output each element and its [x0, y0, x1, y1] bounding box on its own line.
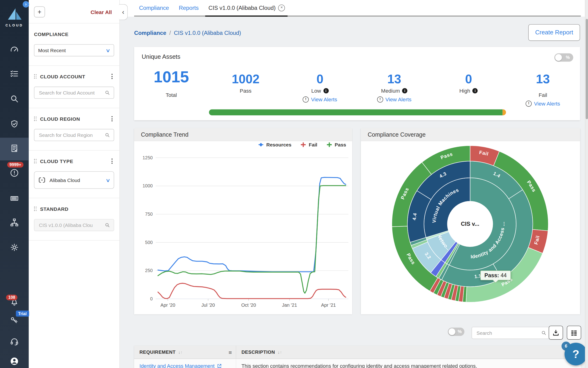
- network-icon: [9, 218, 19, 227]
- kebab-menu-icon[interactable]: [110, 115, 114, 122]
- sidebar-item-user[interactable]: [0, 356, 29, 368]
- sidebar-item-search[interactable]: [0, 94, 29, 105]
- sidebar-item-compliance-doc[interactable]: [0, 143, 29, 155]
- download-icon: [552, 329, 560, 336]
- legend-item-pass[interactable]: Pass: [326, 142, 346, 147]
- compliance-trend-card: Compliance Trend ResourcesFailPass 02505…: [134, 128, 352, 314]
- sort-icons[interactable]: ↓↑: [178, 350, 183, 354]
- cloud-logo-icon: [7, 8, 22, 20]
- sidebar-item-key[interactable]: [0, 315, 29, 327]
- scrollbar-thumb[interactable]: [586, 19, 588, 119]
- tab-cis-v1-0-0-alibaba-cloud-[interactable]: CIS v1.0.0 (Alibaba Cloud)✕: [209, 4, 285, 11]
- drag-handle-icon[interactable]: [34, 74, 38, 79]
- stat-label: Pass: [209, 88, 283, 94]
- sort-icons[interactable]: ↓↑: [278, 350, 282, 354]
- stat-total: 1015Total: [134, 67, 209, 107]
- prisma-cloud-logo[interactable]: CLOUD: [0, 8, 29, 27]
- column-header-requirement[interactable]: REQUIREMENT ↓↑ ≡: [134, 346, 236, 359]
- fail-bar-segment: [502, 109, 506, 115]
- filter-select-0[interactable]: Most Recent∨: [34, 44, 114, 56]
- svg-text:Jul '20: Jul '20: [202, 303, 215, 308]
- sidebar-item-shield-check[interactable]: [0, 119, 29, 130]
- sidebar-item-gauge[interactable]: [0, 45, 29, 56]
- stat-label-text: Pass: [240, 88, 252, 94]
- cloud-type-select[interactable]: Alibaba Cloud∨: [34, 171, 114, 189]
- svg-text:4.4: 4.4: [412, 213, 418, 221]
- stat-label-text: Medium: [381, 88, 400, 94]
- requirement-link[interactable]: Identity and Access Management: [140, 363, 215, 368]
- drag-handle-icon[interactable]: [34, 117, 38, 121]
- filter-section-header: CLOUD REGION: [34, 116, 114, 122]
- tab-compliance[interactable]: Compliance: [139, 4, 169, 11]
- breadcrumb-compliance-link[interactable]: Compliance: [134, 29, 166, 36]
- compliance-doc-icon: [9, 143, 19, 153]
- info-icon[interactable]: i: [323, 88, 329, 93]
- tab-reports[interactable]: Reports: [179, 4, 199, 11]
- close-tab-icon[interactable]: ✕: [278, 4, 285, 11]
- kebab-menu-icon[interactable]: [110, 158, 114, 165]
- legend-item-fail[interactable]: Fail: [300, 142, 317, 147]
- filter-section-label: CLOUD TYPE: [40, 158, 73, 164]
- drag-handle-icon[interactable]: [34, 207, 38, 211]
- stat-value: 1002: [209, 67, 283, 86]
- add-filter-button[interactable]: +: [34, 6, 45, 17]
- requirements-table: REQUIREMENT ↓↑ ≡ DESCRIPTION ↓↑ Identity…: [134, 346, 581, 368]
- coverage-card-header: Compliance Coverage: [361, 128, 580, 141]
- legend-item-resources[interactable]: Resources: [258, 142, 291, 147]
- sidebar-expand-button[interactable]: ›: [23, 1, 29, 8]
- clear-all-button[interactable]: Clear All: [91, 9, 112, 15]
- table-row[interactable]: Identity and Access ManagementThis secti…: [134, 359, 581, 368]
- alibaba-cloud-icon: [38, 176, 45, 184]
- selected-value: Alibaba Cloud: [50, 177, 80, 183]
- container-icon: [9, 193, 19, 203]
- table-percent-toggle[interactable]: %: [448, 328, 464, 336]
- create-report-button[interactable]: Create Report: [528, 24, 580, 41]
- pass-bar-segment: [209, 109, 502, 115]
- filter-section-label: CLOUD REGION: [40, 116, 80, 122]
- kebab-menu-icon[interactable]: [110, 73, 114, 80]
- sidebar-item-headset[interactable]: [0, 337, 29, 348]
- unique-assets-title: Unique Assets: [142, 53, 180, 60]
- table-search-input[interactable]: [476, 330, 539, 336]
- sunburst-tooltip: Pass: 44: [480, 270, 511, 280]
- coverage-sunburst-chart[interactable]: Identity and Access ...Netwo...Virtual M…: [391, 145, 549, 304]
- filter-search-input[interactable]: [38, 132, 102, 138]
- filter-search-input[interactable]: [38, 89, 102, 96]
- column-header-description[interactable]: DESCRIPTION ↓↑: [236, 346, 581, 359]
- main-content: ComplianceReportsCIS v1.0.0 (Alibaba Clo…: [119, 0, 585, 368]
- view-alerts-link[interactable]: !View Alerts: [506, 101, 580, 107]
- svg-text:Apr '20: Apr '20: [160, 303, 175, 308]
- view-alerts-link[interactable]: !View Alerts: [283, 96, 357, 102]
- filter-section-header: STANDARD: [34, 206, 114, 212]
- drag-handle-icon[interactable]: [34, 159, 38, 164]
- table-header-row: REQUIREMENT ↓↑ ≡ DESCRIPTION ↓↑: [134, 346, 581, 359]
- sidebar-item-alert-circle[interactable]: [0, 168, 29, 179]
- columns-button[interactable]: [567, 326, 581, 340]
- svg-text:250: 250: [145, 268, 153, 273]
- column-menu-icon[interactable]: ≡: [228, 349, 232, 355]
- help-button[interactable]: ?: [565, 343, 587, 365]
- tab-label: CIS v1.0.0 (Alibaba Cloud): [209, 4, 276, 11]
- app-root: CLOUD › 9999+108Trial + Clear All COMPLI…: [0, 0, 588, 368]
- sidebar-item-gear[interactable]: [0, 242, 29, 254]
- view-alerts-link[interactable]: !View Alerts: [357, 96, 431, 102]
- alert-icon: !: [526, 101, 532, 107]
- filter-search-input[interactable]: [38, 222, 102, 228]
- stat-label: Highi: [431, 88, 506, 94]
- info-icon[interactable]: i: [402, 88, 408, 93]
- assets-percent-toggle[interactable]: %: [554, 53, 573, 62]
- shield-check-icon: [9, 119, 19, 129]
- collapse-filters-button[interactable]: ‹: [119, 4, 128, 20]
- sidebar-item-network[interactable]: [0, 218, 29, 229]
- filter-section-cloud-account: CLOUD ACCOUNT: [29, 66, 119, 108]
- download-button[interactable]: [549, 326, 563, 340]
- sidebar-item-container[interactable]: [0, 193, 29, 205]
- filter-section-cloud-type: CLOUD TYPEAlibaba Cloud∨: [29, 151, 119, 198]
- sidebar-item-checklist[interactable]: [0, 69, 29, 80]
- stat-label: Mediumi: [357, 88, 431, 94]
- info-icon[interactable]: i: [473, 88, 478, 93]
- filter-section-compliance: COMPLIANCEMost Recent∨: [29, 23, 119, 66]
- svg-text:1000: 1000: [142, 183, 153, 188]
- stat-low: 0Lowi!View Alerts: [283, 67, 357, 107]
- trend-line-chart[interactable]: 025050075010001250Apr '20Jul '20Oct '20J…: [134, 151, 352, 314]
